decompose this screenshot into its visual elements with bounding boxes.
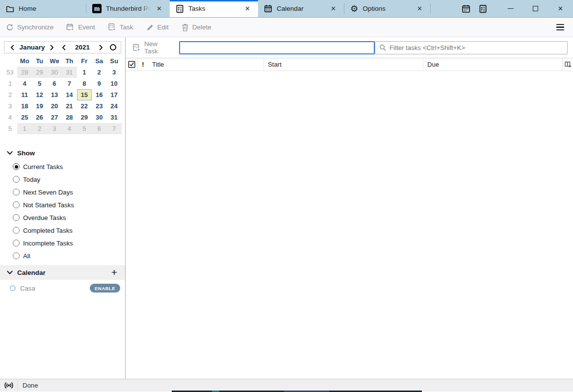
filter-tasks-input[interactable] [390, 44, 563, 51]
show-option-next-seven-days[interactable]: Next Seven Days [0, 186, 125, 198]
minical-day[interactable]: 30 [47, 67, 62, 78]
next-month-button[interactable] [46, 42, 58, 53]
minical-day[interactable]: 26 [32, 112, 47, 123]
tab-thunderbird-privacy[interactable]: m Thunderbird Priv ✕ [86, 0, 170, 17]
minical-day[interactable]: 1 [77, 67, 92, 78]
minical-day[interactable]: 3 [106, 67, 121, 78]
show-option-today[interactable]: Today [0, 173, 125, 186]
checkbox-checked-icon [128, 61, 135, 68]
show-option-overdue-tasks[interactable]: Overdue Tasks [0, 211, 125, 224]
close-icon[interactable]: ✕ [243, 4, 252, 13]
minical-day[interactable]: 2 [32, 123, 47, 134]
minical-day[interactable]: 6 [92, 123, 106, 134]
next-year-button[interactable] [95, 42, 107, 53]
minical-day[interactable]: 29 [32, 67, 47, 78]
minical-day[interactable]: 22 [77, 100, 92, 112]
minical-day[interactable]: 8 [77, 78, 92, 89]
minical-day[interactable]: 4 [62, 123, 77, 134]
close-icon[interactable]: ✕ [415, 4, 424, 13]
close-icon[interactable]: ✕ [155, 4, 164, 13]
minical-day[interactable]: 10 [106, 78, 121, 89]
minical-day[interactable]: 25 [17, 112, 32, 123]
radio-icon [13, 214, 20, 221]
close-icon[interactable]: ✕ [329, 4, 338, 13]
minical-day[interactable]: 7 [106, 123, 121, 134]
new-task-toolbar-button[interactable]: Task [108, 23, 133, 31]
add-calendar-button[interactable]: + [110, 269, 118, 276]
minical-day[interactable]: 27 [47, 112, 62, 123]
show-option-incomplete-tasks[interactable]: Incomplete Tasks [0, 237, 125, 249]
column-picker-button[interactable] [563, 58, 573, 71]
minical-day[interactable]: 11 [17, 89, 32, 100]
task-add-icon [132, 44, 141, 52]
show-option-current-tasks[interactable]: Current Tasks [0, 160, 125, 173]
minical-day[interactable]: 13 [47, 89, 62, 100]
show-option-completed-tasks[interactable]: Completed Tasks [0, 224, 125, 237]
search-icon [379, 44, 386, 51]
calendar-section-header[interactable]: Calendar + [0, 265, 125, 280]
minical-day[interactable]: 24 [106, 100, 121, 112]
start-column-header[interactable]: Start [264, 58, 423, 71]
tab-calendar[interactable]: Calendar ✕ [258, 0, 344, 17]
delete-button[interactable]: Delete [182, 24, 211, 31]
today-circle-icon [110, 44, 116, 50]
minical-day[interactable]: 6 [47, 78, 62, 89]
prev-year-button[interactable] [58, 42, 70, 53]
minical-day[interactable]: 12 [32, 89, 47, 100]
synchronize-button[interactable]: Synchronize [6, 24, 53, 31]
edit-button[interactable]: Edit [146, 24, 169, 31]
new-event-button[interactable]: Event [66, 23, 95, 31]
minical-day[interactable]: 7 [62, 78, 77, 89]
open-calendar-tab-button[interactable] [458, 0, 474, 18]
show-option-not-started-tasks[interactable]: Not Started Tasks [0, 198, 125, 211]
minical-day[interactable]: 4 [17, 78, 32, 89]
offline-status-button[interactable] [0, 379, 18, 392]
minical-day[interactable]: 31 [106, 112, 121, 123]
prev-month-button[interactable] [6, 42, 18, 53]
app-menu-icon[interactable] [553, 22, 567, 32]
minical-day[interactable]: 29 [77, 112, 92, 123]
minical-day[interactable]: 20 [47, 100, 62, 112]
due-column-header[interactable]: Due [423, 58, 563, 71]
minical-day[interactable]: 1 [17, 123, 32, 134]
task-list-area[interactable] [126, 71, 573, 379]
priority-column-header[interactable]: ! [138, 58, 148, 71]
tab-home[interactable]: Home [0, 0, 86, 17]
minical-day[interactable]: 5 [77, 123, 92, 134]
minical-day[interactable]: 19 [32, 100, 47, 112]
completed-column-header[interactable] [126, 58, 138, 71]
filter-tasks-box[interactable] [375, 41, 568, 54]
minical-day[interactable]: 9 [92, 78, 106, 89]
minical-day[interactable]: 28 [17, 67, 32, 78]
title-column-header[interactable]: Title [148, 58, 264, 71]
tab-tasks[interactable]: Tasks ✕ [170, 0, 258, 17]
minical-day[interactable]: 28 [62, 112, 77, 123]
minical-day[interactable]: 14 [62, 89, 77, 100]
new-task-button[interactable]: New Task [129, 40, 177, 55]
minimize-button[interactable] [498, 0, 523, 18]
maximize-button[interactable] [523, 0, 548, 18]
radio-icon [13, 176, 20, 183]
minical-day[interactable]: 2 [92, 67, 106, 78]
minical-day[interactable]: 23 [92, 100, 106, 112]
task-table-header: ! Title Start Due [126, 58, 573, 71]
today-button[interactable] [107, 42, 119, 53]
show-option-all[interactable]: All [0, 249, 125, 262]
enable-badge[interactable]: ENABLE [90, 284, 120, 293]
new-task-input[interactable] [179, 41, 375, 54]
calendar-list-item[interactable]: Casa ENABLE [0, 280, 125, 296]
minical-day[interactable]: 18 [17, 100, 32, 112]
minical-day[interactable]: 5 [32, 78, 47, 89]
minical-day[interactable]: 17 [106, 89, 121, 100]
tab-options[interactable]: ⚙ Options ✕ [344, 0, 430, 17]
open-tasks-tab-button[interactable] [474, 0, 491, 18]
show-section-header[interactable]: Show [0, 145, 125, 160]
minical-day[interactable]: 30 [92, 112, 106, 123]
minical-day[interactable]: 21 [62, 100, 77, 112]
close-window-button[interactable]: ✕ [548, 0, 573, 18]
minical-day[interactable]: 16 [92, 89, 106, 100]
minical-day[interactable]: 15 [77, 89, 92, 100]
new-task-label: New Task [144, 40, 173, 55]
minical-day[interactable]: 31 [62, 67, 77, 78]
minical-day[interactable]: 3 [47, 123, 62, 134]
